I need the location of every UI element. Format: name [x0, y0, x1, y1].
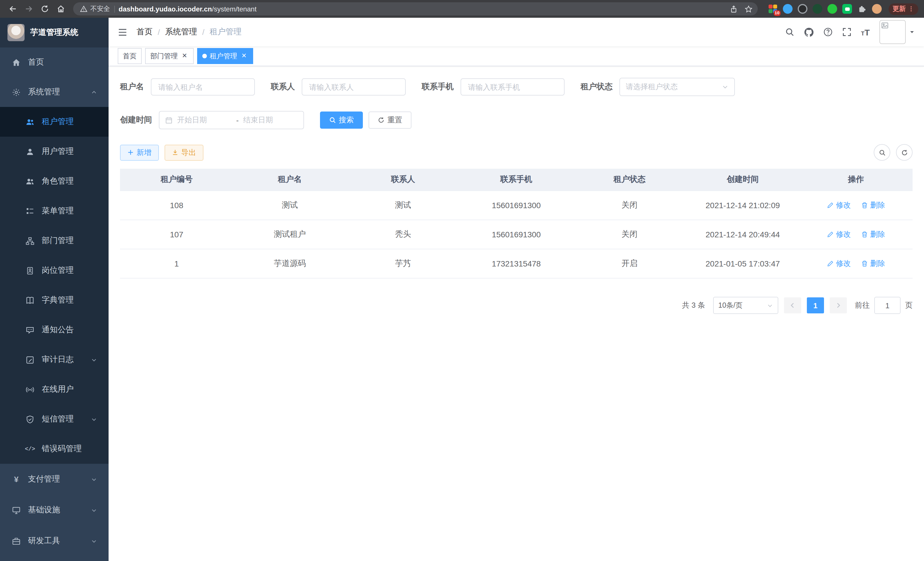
filter-row-2: 创建时间 开始日期 - 结束日期 [120, 111, 913, 129]
tenant-name-input[interactable] [151, 78, 255, 96]
tab-dept[interactable]: 部门管理 ✕ [145, 48, 194, 64]
edit-link[interactable]: 修改 [827, 229, 851, 240]
github-icon[interactable] [804, 27, 813, 37]
contact-input[interactable] [302, 78, 406, 96]
sidebar-item-sms[interactable]: 短信管理 [0, 404, 109, 434]
page-number-1[interactable]: 1 [807, 297, 824, 313]
col-phone: 联系手机 [460, 169, 573, 191]
security-chip[interactable]: 不安全 [80, 5, 110, 13]
sidebar: 芋道管理系统 首页 系统管理 [0, 18, 109, 561]
date-range-picker[interactable]: 开始日期 - 结束日期 [159, 111, 304, 129]
toggle-search-button[interactable] [874, 144, 890, 161]
tenant-icon [25, 117, 35, 126]
breadcrumb-current: 租户管理 [210, 27, 242, 37]
extension-badge: 10 [773, 10, 781, 16]
close-icon[interactable]: ✕ [240, 52, 248, 60]
export-button[interactable]: 导出 [165, 144, 203, 160]
sidebar-item-dict[interactable]: 字典管理 [0, 285, 109, 315]
delete-link[interactable]: 删除 [861, 200, 885, 211]
breadcrumb-home[interactable]: 首页 [136, 27, 153, 37]
notice-icon [25, 326, 35, 334]
goto-page-input[interactable] [874, 297, 901, 314]
phone-label: 联系手机 [422, 82, 454, 92]
chevron-up-icon [91, 89, 97, 95]
sidebar-item-role[interactable]: 角色管理 [0, 166, 109, 196]
sidebar-item-notice[interactable]: 通知公告 [0, 315, 109, 345]
chat-ext-icon[interactable] [842, 4, 852, 14]
top-navbar: 首页 / 系统管理 / 租户管理 [109, 18, 924, 46]
sidebar-item-home[interactable]: 首页 [0, 47, 109, 77]
plus-icon [128, 149, 134, 156]
edit-link[interactable]: 修改 [827, 259, 851, 269]
sidebar-item-tenant[interactable]: 租户管理 [0, 107, 109, 137]
app-logo[interactable]: 芋道管理系统 [0, 18, 109, 47]
share-icon[interactable] [727, 2, 741, 16]
delete-link[interactable]: 删除 [861, 229, 885, 240]
ring-ext-icon[interactable] [798, 4, 807, 14]
font-size-icon[interactable]: TT [861, 27, 870, 37]
reset-button[interactable]: 重置 [369, 111, 411, 129]
yen-icon: ¥ [11, 475, 21, 484]
code-icon: </> [25, 446, 35, 452]
sidebar-item-online[interactable]: 在线用户 [0, 375, 109, 404]
breadcrumb: 首页 / 系统管理 / 租户管理 [136, 27, 242, 37]
sidebar-item-post[interactable]: 岗位管理 [0, 256, 109, 285]
delete-link[interactable]: 删除 [861, 259, 885, 269]
omnibox-divider [114, 5, 115, 12]
close-icon[interactable]: ✕ [181, 52, 189, 60]
green-ext-icon[interactable] [827, 4, 837, 14]
reload-icon[interactable] [38, 2, 51, 16]
monitor-icon [11, 506, 21, 514]
profile-avatar[interactable] [872, 4, 882, 14]
date-start-placeholder: 开始日期 [177, 115, 232, 125]
chevron-down-icon [91, 507, 97, 513]
edit-link[interactable]: 修改 [827, 200, 851, 211]
sidebar-item-system[interactable]: 系统管理 [0, 77, 109, 107]
filter-row-1: 租户名 联系人 联系手机 租户状态 请选择租户状态 [120, 78, 913, 96]
dark-green-ext-icon[interactable] [813, 4, 822, 14]
page-size-select[interactable]: 10条/页 [713, 297, 778, 314]
search-icon[interactable] [785, 27, 794, 37]
sidebar-item-pay[interactable]: ¥ 支付管理 [0, 464, 109, 495]
extensions-area: 10 [764, 4, 886, 14]
refresh-button[interactable] [896, 144, 913, 161]
sidebar-item-infra[interactable]: 基础设施 [0, 495, 109, 526]
back-icon[interactable] [6, 2, 20, 16]
update-button[interactable]: 更新 [889, 3, 918, 15]
hamburger-icon[interactable] [118, 27, 128, 37]
tab-home[interactable]: 首页 [118, 48, 142, 64]
chevron-down-icon [91, 356, 97, 363]
colorful-ext-icon[interactable]: 10 [768, 4, 778, 14]
question-icon[interactable] [823, 27, 832, 37]
blue-ext-icon[interactable] [783, 4, 793, 14]
sidebar-item-auditlog[interactable]: 审计日志 [0, 345, 109, 375]
page-content: 租户名 联系人 联系手机 租户状态 请选择租户状态 [109, 66, 924, 561]
page-unit-label: 页 [905, 300, 913, 311]
sidebar-item-devtool[interactable]: 研发工具 [0, 526, 109, 556]
date-end-placeholder: 结束日期 [243, 115, 298, 125]
col-actions: 操作 [800, 169, 913, 191]
prev-page-button[interactable] [784, 297, 801, 313]
status-select[interactable]: 请选择租户状态 [620, 78, 735, 96]
next-page-button[interactable] [830, 297, 847, 313]
chevron-down-icon [767, 302, 773, 308]
col-status: 租户状态 [573, 169, 686, 191]
user-menu[interactable] [879, 20, 915, 44]
tab-tenant[interactable]: 租户管理 ✕ [197, 48, 253, 64]
toolbox-icon [11, 537, 21, 545]
sidebar-item-errorcode[interactable]: </> 错误码管理 [0, 434, 109, 464]
add-button[interactable]: 新增 [120, 144, 159, 160]
sidebar-item-menu[interactable]: 菜单管理 [0, 196, 109, 226]
sidebar-item-user[interactable]: 用户管理 [0, 137, 109, 166]
puzzle-icon[interactable] [857, 4, 867, 14]
url-bar[interactable]: 不安全 dashboard.yudao.iocoder.cn/system/te… [73, 2, 758, 15]
star-icon[interactable] [742, 2, 755, 16]
phone-input[interactable] [460, 78, 565, 96]
fullscreen-icon[interactable] [842, 27, 851, 37]
sidebar-item-dept[interactable]: 部门管理 [0, 226, 109, 256]
search-button[interactable]: 搜索 [320, 111, 363, 129]
forward-icon[interactable] [22, 2, 35, 16]
breadcrumb-system[interactable]: 系统管理 [165, 27, 197, 37]
home-icon[interactable] [54, 2, 68, 16]
refresh-icon [901, 149, 908, 156]
